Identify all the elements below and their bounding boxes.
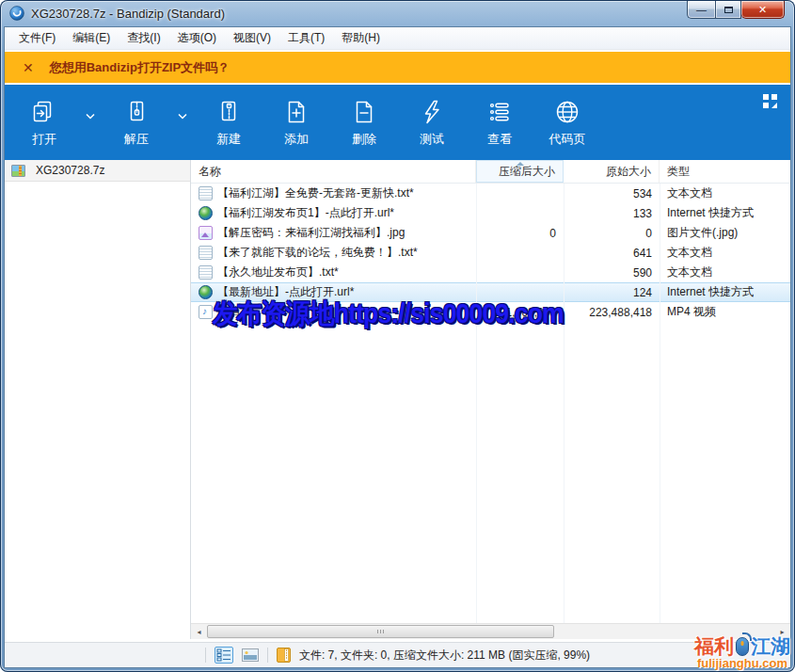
- toolbar-button-label: 解压: [124, 131, 149, 148]
- toolbar-button-label: 新建: [216, 131, 241, 148]
- table-row[interactable]: 【福利江湖】全免费-无套路-更新快.txt* 534 文本文档: [191, 184, 790, 203]
- type-cell: 文本文档: [660, 263, 790, 282]
- menu-item[interactable]: 选项(O): [169, 27, 225, 49]
- new-archive-button[interactable]: 新建: [195, 85, 262, 160]
- delete-icon: [348, 97, 380, 127]
- file-type-icon: [199, 246, 213, 260]
- menu-item[interactable]: 查找(I): [119, 27, 168, 49]
- type-cell: 文本文档: [660, 243, 790, 263]
- minimize-button[interactable]: —: [687, 1, 715, 19]
- scrollbar-thumb[interactable]: [207, 625, 554, 638]
- name-cell: 【解压密码：来福利江湖找福利】.jpg: [191, 223, 476, 243]
- menu-item[interactable]: 帮助(H): [333, 27, 389, 49]
- type-cell: 文本文档: [660, 184, 790, 203]
- table-row[interactable]: 【来了就能下载的论坛，纯免费！】.txt* 641 文本文档: [191, 243, 790, 263]
- window-controls: — ✕: [687, 1, 785, 19]
- codepage-globe-icon: [551, 97, 583, 127]
- test-button[interactable]: 测试: [398, 85, 466, 160]
- sidebar-item-archive[interactable]: XG230728.7z: [5, 160, 190, 182]
- extract-button[interactable]: 解压: [103, 85, 170, 160]
- details-view-icon: [216, 648, 231, 662]
- name-cell: 【永久地址发布页】.txt*: [191, 263, 476, 282]
- menu-item[interactable]: 工具(T): [279, 27, 333, 49]
- column-header-packed-size[interactable]: 压缩后大小: [476, 160, 564, 183]
- table-row[interactable]: 高清 221,063,998 223,488,418 MP4 视频: [191, 302, 790, 322]
- banner-close-icon[interactable]: ✕: [23, 60, 34, 75]
- column-header-type[interactable]: 类型: [660, 160, 790, 183]
- banner-text: 您想用Bandizip打开ZIP文件吗？: [50, 59, 230, 76]
- archive-book-icon: [277, 648, 291, 663]
- type-cell: 图片文件(.jpg): [660, 223, 790, 243]
- list-header: 名称 压缩后大小 原始大小 类型: [191, 160, 790, 184]
- original-size-cell: 534: [564, 184, 660, 203]
- toolbar-button-label: 删除: [352, 131, 376, 148]
- statusbar-text: 文件: 7, 文件夹: 0, 压缩文件大小: 211 MB (固实压缩, 99%…: [299, 648, 590, 664]
- layout-toggle-button[interactable]: [763, 94, 777, 112]
- type-cell: MP4 视频: [660, 302, 790, 322]
- original-size-cell: 0: [564, 223, 660, 243]
- file-name: 【来了就能下载的论坛，纯免费！】.txt*: [217, 245, 418, 261]
- packed-size-cell: [476, 243, 564, 263]
- layout-grid-icon: [763, 94, 777, 108]
- codepage-button[interactable]: 代码页: [533, 85, 601, 160]
- archive-file-icon: [11, 165, 25, 177]
- table-row[interactable]: 【福利江湖发布页1】-点此打开.url* 133 Internet 快捷方式: [191, 203, 790, 223]
- image-preview-icon: [242, 648, 259, 662]
- name-cell: 【最新地址】-点此打开.url*: [191, 283, 476, 301]
- file-name: 【福利江湖发布页1】-点此打开.url*: [217, 205, 394, 221]
- toolbar: 打开 解压: [5, 85, 790, 160]
- column-header-name[interactable]: 名称: [191, 160, 476, 183]
- open-icon: [28, 97, 60, 127]
- new-archive-icon: [213, 97, 245, 127]
- notification-banner[interactable]: ✕ 您想用Bandizip打开ZIP文件吗？: [5, 52, 790, 83]
- name-cell: 高清: [191, 302, 476, 322]
- file-type-icon: [199, 206, 213, 220]
- packed-size-cell: [476, 203, 564, 223]
- preview-toggle[interactable]: [242, 648, 259, 662]
- scroll-right-arrow-icon[interactable]: ▸: [774, 624, 790, 639]
- table-row[interactable]: 【永久地址发布页】.txt* 590 文本文档: [191, 263, 790, 282]
- sidebar-item-label: XG230728.7z: [36, 164, 104, 177]
- file-type-icon: [199, 265, 213, 280]
- open-button[interactable]: 打开: [10, 85, 78, 160]
- type-cell: Internet 快捷方式: [660, 203, 790, 223]
- packed-size-cell: [476, 184, 564, 203]
- add-button[interactable]: 添加: [262, 85, 330, 160]
- menubar: 文件(F)编辑(E)查找(I)选项(O)视图(V)工具(T)帮助(H): [5, 27, 790, 50]
- file-name: 【福利江湖】全免费-无套路-更新快.txt*: [217, 185, 414, 201]
- maximize-button[interactable]: [715, 1, 741, 19]
- archive-info-toggle[interactable]: [277, 648, 291, 663]
- extract-dropdown-chevron[interactable]: [170, 72, 195, 160]
- toolbar-button-label: 代码页: [549, 131, 586, 148]
- toolbar-spacer: [601, 85, 785, 160]
- file-type-icon: [199, 186, 213, 200]
- horizontal-scrollbar[interactable]: ◂ ▸: [191, 623, 790, 639]
- menu-item[interactable]: 视图(V): [225, 27, 279, 49]
- view-button[interactable]: 查看: [466, 85, 533, 160]
- menu-item[interactable]: 编辑(E): [64, 27, 119, 49]
- packed-size-cell: 221,063,998: [476, 302, 564, 322]
- original-size-cell: 590: [564, 263, 660, 282]
- add-icon: [280, 97, 312, 127]
- sort-asc-icon: [517, 162, 524, 166]
- column-header-original-size[interactable]: 原始大小: [564, 160, 660, 183]
- delete-button[interactable]: 删除: [330, 85, 398, 160]
- file-type-icon: [199, 305, 213, 319]
- scroll-left-arrow-icon[interactable]: ◂: [191, 624, 207, 639]
- name-cell: 【福利江湖】全免费-无套路-更新快.txt*: [191, 184, 476, 203]
- bandizip-window: XG230728.7z - Bandizip (Standard) — ✕ 文件…: [0, 0, 795, 672]
- toolbar-button-label: 测试: [420, 131, 444, 148]
- archive-tree-sidebar: XG230728.7z: [5, 160, 191, 639]
- chevron-down-icon: [85, 112, 96, 120]
- window-title: XG230728.7z - Bandizip (Standard): [31, 7, 225, 21]
- file-name: 高清: [217, 304, 240, 320]
- open-dropdown-chevron[interactable]: [78, 72, 103, 160]
- details-view-toggle[interactable]: [215, 647, 233, 664]
- packed-size-cell: [476, 263, 564, 282]
- menu-item[interactable]: 文件(F): [10, 27, 64, 49]
- original-size-cell: 133: [564, 203, 660, 223]
- toolbar-button-label: 打开: [32, 131, 56, 148]
- close-button[interactable]: ✕: [741, 1, 785, 19]
- table-row[interactable]: 【解压密码：来福利江湖找福利】.jpg 0 0 图片文件(.jpg): [191, 223, 790, 243]
- table-row[interactable]: 【最新地址】-点此打开.url* 124 Internet 快捷方式: [191, 282, 790, 302]
